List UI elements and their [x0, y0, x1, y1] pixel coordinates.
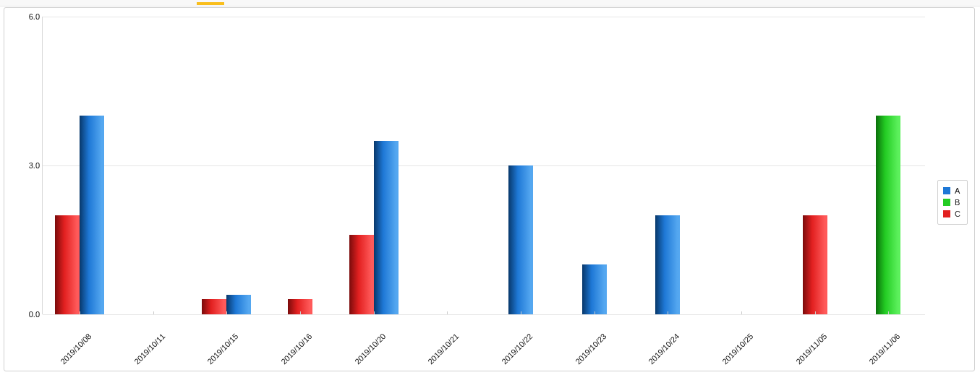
bar-A[interactable] [508, 165, 533, 314]
x-tick [447, 311, 448, 314]
x-tick [153, 311, 154, 314]
bar-C[interactable] [55, 215, 80, 314]
bar-A[interactable] [655, 215, 680, 314]
bar-A[interactable] [226, 295, 251, 314]
bar-B[interactable] [876, 116, 900, 314]
legend-swatch-icon [943, 210, 950, 217]
x-tick [888, 311, 889, 314]
legend-label: A [955, 185, 960, 197]
x-tick [595, 311, 595, 314]
legend-item-C[interactable]: C [943, 208, 960, 220]
bar-A[interactable] [582, 264, 607, 314]
bar-C[interactable] [803, 215, 827, 314]
legend: ABC [937, 180, 968, 225]
legend-item-B[interactable]: B [943, 197, 960, 208]
x-tick-label: 2019/10/22 [500, 332, 534, 366]
y-tick-label: 0.0 [7, 310, 40, 319]
x-tick-label: 2019/11/05 [794, 332, 828, 366]
x-tick [300, 311, 301, 314]
x-tick-label: 2019/10/20 [353, 332, 387, 366]
x-tick [374, 311, 375, 314]
chart-panel: 0.03.06.02019/10/082019/10/112019/10/152… [4, 7, 975, 371]
x-tick-label: 2019/10/24 [647, 332, 681, 366]
bar-A[interactable] [80, 116, 104, 314]
window-topstrip [0, 0, 980, 7]
x-tick-label: 2019/10/21 [426, 332, 460, 366]
x-tick-label: 2019/10/08 [59, 332, 93, 366]
plot-area: 0.03.06.02019/10/082019/10/112019/10/152… [42, 17, 925, 314]
x-tick [668, 311, 668, 314]
tab-accent [197, 2, 224, 5]
x-tick-label: 2019/10/25 [720, 332, 754, 366]
legend-label: C [955, 208, 960, 220]
gridline [43, 165, 925, 166]
x-tick-label: 2019/10/11 [132, 332, 166, 366]
x-tick [521, 311, 521, 314]
y-tick-label: 6.0 [7, 12, 40, 21]
x-tick-label: 2019/11/06 [867, 332, 901, 366]
gridline [43, 17, 925, 17]
bar-A[interactable] [374, 141, 399, 314]
bar-C[interactable] [202, 299, 226, 314]
legend-swatch-icon [943, 187, 950, 194]
legend-item-A[interactable]: A [943, 185, 960, 197]
legend-swatch-icon [943, 199, 950, 206]
y-tick-label: 3.0 [7, 161, 40, 170]
legend-label: B [955, 197, 960, 208]
x-tick [741, 311, 742, 314]
x-tick [815, 311, 816, 314]
x-tick-label: 2019/10/15 [205, 332, 239, 366]
gridline [43, 314, 925, 315]
bar-C[interactable] [349, 235, 374, 314]
x-tick [226, 311, 227, 314]
x-tick-label: 2019/10/16 [279, 332, 313, 366]
x-tick-label: 2019/10/23 [574, 332, 608, 366]
x-tick [80, 311, 80, 314]
